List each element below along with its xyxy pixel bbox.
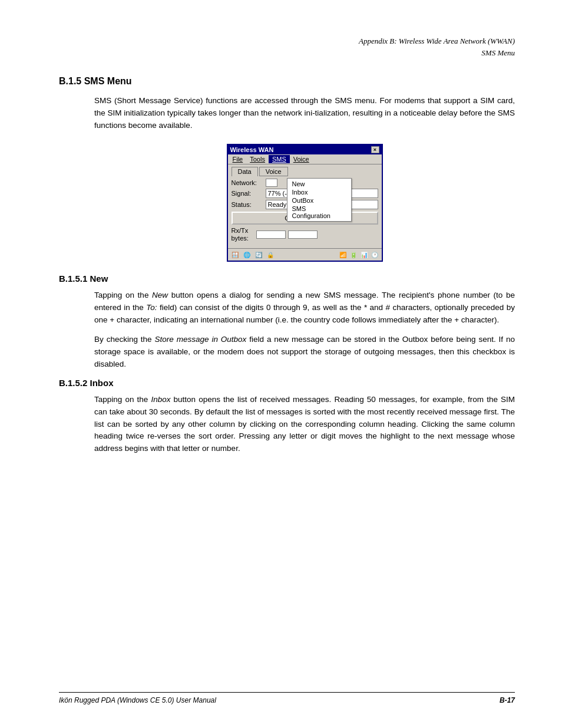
- rxtx-label: Rx/Txbytes:: [232, 227, 256, 242]
- battery-icon: 🔋: [349, 250, 358, 259]
- lock-icon: 🔒: [266, 250, 275, 259]
- taskbar-left: 🪟 🌐 🔄 🔒: [230, 250, 275, 259]
- header-line2: SMS Menu: [59, 47, 515, 59]
- section-b15-heading: B.1.5 SMS Menu: [59, 76, 515, 87]
- window-close-button[interactable]: ×: [371, 146, 379, 153]
- window-taskbar: 🪟 🌐 🔄 🔒 📶 🔋 📊 🕐: [228, 248, 382, 261]
- section-b151: B.1.5.1 New Tapping on the New button op…: [59, 274, 515, 371]
- signal-label: Signal:: [232, 190, 266, 197]
- menu-file[interactable]: File: [229, 155, 247, 163]
- section-b15: B.1.5 SMS Menu SMS (Short Message Servic…: [59, 76, 515, 262]
- status-label: Status:: [232, 201, 266, 208]
- bars-icon: 📊: [359, 250, 369, 259]
- menu-tools[interactable]: Tools: [246, 155, 269, 163]
- section-b151-para1: Tapping on the New button opens a dialog…: [94, 289, 515, 327]
- clock-icon: 🕐: [370, 250, 379, 259]
- sms-dropdown-new[interactable]: New: [287, 180, 351, 188]
- screenshot-container: Wireless WAN × File Tools SMS Voice: [94, 144, 515, 262]
- rx-field[interactable]: [256, 230, 286, 239]
- network-label: Network:: [232, 179, 266, 186]
- header-line1: Appendix B: Wireless Wide Area Network (…: [59, 35, 515, 47]
- page-footer: Ikön Rugged PDA (Windows CE 5.0) User Ma…: [59, 692, 515, 704]
- section-b152-heading: B.1.5.2 Inbox: [59, 378, 515, 388]
- window-tabs: Data Voice: [232, 167, 378, 176]
- refresh-icon: 🔄: [254, 250, 263, 259]
- tab-voice[interactable]: Voice: [259, 167, 288, 176]
- tab-data[interactable]: Data: [232, 167, 258, 176]
- signal-icon: 📶: [338, 250, 348, 259]
- section-b152-para1: Tapping on the Inbox button opens the li…: [94, 394, 515, 456]
- rxtx-row: Rx/Txbytes:: [232, 227, 378, 242]
- menu-sms[interactable]: SMS: [269, 155, 290, 163]
- section-b152: B.1.5.2 Inbox Tapping on the Inbox butto…: [59, 378, 515, 456]
- section-b15-intro: SMS (Short Message Service) functions ar…: [94, 95, 515, 132]
- window-menubar: File Tools SMS Voice: [228, 154, 382, 164]
- start-icon[interactable]: 🪟: [230, 250, 240, 259]
- tx-field[interactable]: [288, 230, 318, 239]
- footer-center: Ikön Rugged PDA (Windows CE 5.0) User Ma…: [59, 696, 216, 704]
- sms-dropdown-inbox[interactable]: Inbox: [287, 188, 351, 196]
- taskbar-right: 📶 🔋 📊 🕐: [338, 250, 379, 259]
- wireless-wan-window: Wireless WAN × File Tools SMS Voice: [227, 144, 383, 262]
- window-title: Wireless WAN: [230, 146, 371, 153]
- network-input[interactable]: [266, 179, 277, 187]
- section-b151-heading: B.1.5.1 New: [59, 274, 515, 284]
- sms-dropdown-config[interactable]: SMS Configuration: [287, 205, 351, 220]
- sms-dropdown: New Inbox OutBox SMS Configuration: [287, 178, 352, 222]
- footer-page-number: B-17: [500, 696, 515, 704]
- section-b151-para2: By checking the Store message in Outbox …: [94, 334, 515, 371]
- sms-dropdown-outbox[interactable]: OutBox: [287, 196, 351, 205]
- page-header: Appendix B: Wireless Wide Area Network (…: [59, 35, 515, 58]
- menu-voice[interactable]: Voice: [290, 155, 313, 163]
- window-body: Data Voice New Inbox OutBox SMS Configur…: [228, 164, 382, 245]
- window-titlebar: Wireless WAN ×: [228, 145, 382, 154]
- globe-icon: 🌐: [242, 250, 252, 259]
